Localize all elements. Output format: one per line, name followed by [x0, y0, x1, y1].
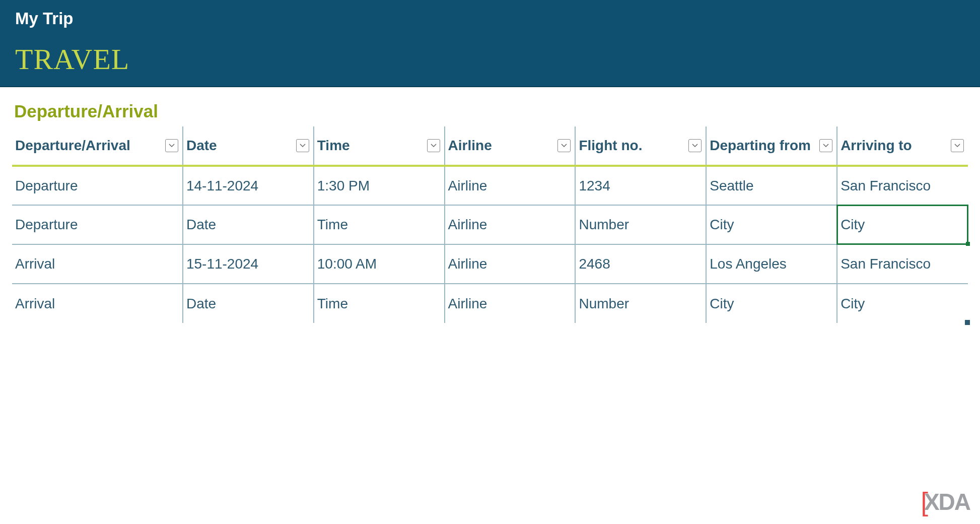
cell-flightno[interactable]: Number: [575, 205, 706, 244]
cell-airline[interactable]: Airline: [445, 244, 576, 284]
watermark-logo: [ XDA: [921, 487, 970, 517]
chevron-down-icon: [169, 144, 175, 148]
cell-date[interactable]: Date: [183, 205, 314, 244]
table-row: Arrival Date Time Airline Number City Ci…: [12, 284, 968, 323]
filter-button[interactable]: [688, 139, 702, 152]
cell-time[interactable]: Time: [314, 205, 445, 244]
table-row: Departure 14-11-2024 1:30 PM Airline 123…: [12, 166, 968, 205]
cell-arriving[interactable]: San Francisco: [837, 244, 968, 284]
chevron-down-icon: [300, 144, 306, 148]
column-header-flightno[interactable]: Flight no.: [575, 126, 706, 166]
chevron-down-icon: [823, 144, 829, 148]
cell-flightno[interactable]: 1234: [575, 166, 706, 205]
table-row: Departure Date Time Airline Number City …: [12, 205, 968, 244]
column-header-label: Departing from: [710, 138, 811, 153]
cell-arriving[interactable]: City: [837, 284, 968, 323]
cell-departing[interactable]: City: [706, 205, 837, 244]
filter-button[interactable]: [296, 139, 309, 152]
filter-button[interactable]: [427, 139, 440, 152]
section-title: Departure/Arrival: [14, 101, 968, 121]
filter-button[interactable]: [951, 139, 964, 152]
cell-flightno[interactable]: 2468: [575, 244, 706, 284]
page-header: My Trip TRAVEL: [0, 0, 980, 87]
cell-type[interactable]: Departure: [12, 205, 183, 244]
chevron-down-icon: [692, 144, 698, 148]
cell-type[interactable]: Arrival: [12, 244, 183, 284]
cell-date[interactable]: Date: [183, 284, 314, 323]
chevron-down-icon: [431, 144, 437, 148]
watermark-text: XDA: [924, 488, 970, 515]
chevron-down-icon: [954, 144, 960, 148]
column-header-date[interactable]: Date: [183, 126, 314, 166]
cell-date[interactable]: 14-11-2024: [183, 166, 314, 205]
content-area: Departure/Arrival Departure/Arrival Date: [0, 87, 980, 323]
column-header-arriving[interactable]: Arriving to: [837, 126, 968, 166]
cell-flightno[interactable]: Number: [575, 284, 706, 323]
column-header-label: Flight no.: [579, 138, 642, 153]
column-header-label: Time: [317, 138, 350, 153]
column-header-label: Departure/Arrival: [15, 138, 130, 153]
table-resize-handle[interactable]: [965, 320, 970, 325]
column-header-airline[interactable]: Airline: [445, 126, 576, 166]
travel-table: Departure/Arrival Date Time: [12, 126, 968, 323]
chevron-down-icon: [561, 144, 567, 148]
cell-airline[interactable]: Airline: [445, 205, 576, 244]
cell-airline[interactable]: Airline: [445, 166, 576, 205]
cell-departing[interactable]: Seattle: [706, 166, 837, 205]
cell-date[interactable]: 15-11-2024: [183, 244, 314, 284]
cell-time[interactable]: 1:30 PM: [314, 166, 445, 205]
cell-type[interactable]: Departure: [12, 166, 183, 205]
filter-button[interactable]: [165, 139, 178, 152]
filter-button[interactable]: [557, 139, 571, 152]
column-header-type[interactable]: Departure/Arrival: [12, 126, 183, 166]
cell-airline[interactable]: Airline: [445, 284, 576, 323]
table-row: Arrival 15-11-2024 10:00 AM Airline 2468…: [12, 244, 968, 284]
cell-time[interactable]: 10:00 AM: [314, 244, 445, 284]
column-header-label: Arriving to: [841, 138, 912, 153]
cell-type[interactable]: Arrival: [12, 284, 183, 323]
cell-departing[interactable]: Los Angeles: [706, 244, 837, 284]
cell-arriving[interactable]: San Francisco: [837, 166, 968, 205]
table-header-row: Departure/Arrival Date Time: [12, 126, 968, 166]
filter-button[interactable]: [819, 139, 832, 152]
header-title: My Trip: [15, 9, 965, 28]
column-header-time[interactable]: Time: [314, 126, 445, 166]
header-subtitle: TRAVEL: [15, 42, 965, 76]
column-header-departing[interactable]: Departing from: [706, 126, 837, 166]
column-header-label: Date: [186, 138, 217, 153]
cell-time[interactable]: Time: [314, 284, 445, 323]
cell-arriving-selected[interactable]: City: [837, 205, 968, 244]
column-header-label: Airline: [448, 138, 492, 153]
cell-departing[interactable]: City: [706, 284, 837, 323]
